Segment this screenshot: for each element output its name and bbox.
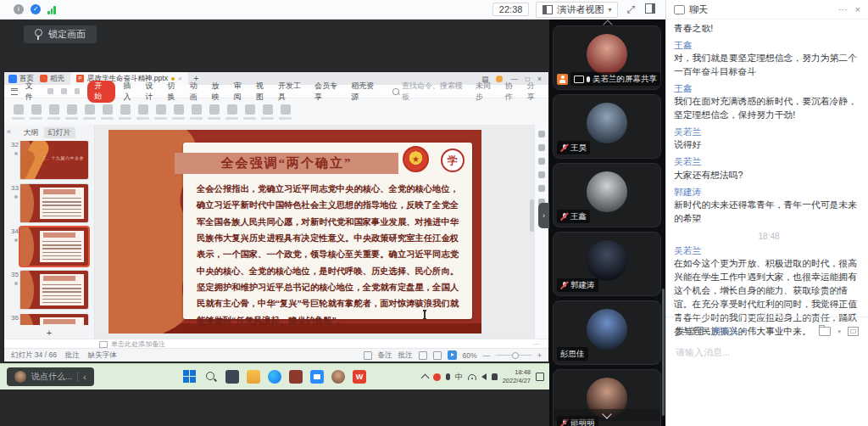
notes-toggle-icon[interactable] [364,351,372,360]
comment-toggle-label[interactable]: 批注 [398,350,413,361]
ribbon-menu-item[interactable]: 审阅 [234,81,248,103]
chat-close-icon[interactable]: × [855,4,860,14]
ribbon-tool-icon[interactable] [119,104,131,120]
ribbon-menu-item[interactable]: 会员专享 [314,81,343,103]
ribbon-tool-icon[interactable] [47,104,60,120]
slide-thumbnail[interactable]: 35 [6,271,94,309]
participant-tile[interactable]: 王鑫 [553,163,661,227]
send-to-selector[interactable]: 所有人 [712,325,740,338]
start-icon[interactable] [183,370,197,384]
chat-sender-name[interactable]: 郭建涛 [674,185,864,199]
zoom-in-button[interactable]: + [537,351,542,360]
ribbon-tool-icon[interactable] [261,104,274,120]
chat-sender-name[interactable]: 吴若兰 [674,125,864,138]
ribbon-tool-icon[interactable] [208,104,220,120]
slideshow-play-button[interactable] [448,350,457,360]
slide-canvas[interactable]: 全会强调“两个确立” ★ 学 全会公报指出，党确立习近平同志党中央的核心、全党的… [95,125,534,339]
comment-indicator[interactable]: 批注 [65,350,80,361]
microphone-tray-icon[interactable] [446,373,450,380]
input-method-indicator[interactable]: 中 [455,372,463,383]
ribbon-tool-icon[interactable] [190,104,203,120]
ribbon-menu-item[interactable]: 设计 [145,81,159,103]
command-search[interactable]: 查找命令、搜索模板 [392,81,468,103]
redo-icon[interactable] [75,88,81,94]
ribbon-menu-item[interactable]: 插入 [123,81,137,103]
tab-slides[interactable]: 幻灯片 [44,127,75,138]
zoom-out-button[interactable]: — [483,351,491,360]
fullscreen-button[interactable]: ⤢ [626,3,635,15]
ribbon-tool-icon[interactable] [12,104,25,120]
notification-icon[interactable] [536,373,544,381]
ribbon-menu-item[interactable]: 开发工具 [278,81,307,103]
save-icon[interactable] [47,88,53,94]
ribbon-tool-icon[interactable] [154,104,167,120]
ribbon-tool-icon[interactable] [65,104,78,120]
slide-thumbnail[interactable]: 33 [6,184,94,222]
slide-thumbnail[interactable]: 32 三、十九届六中全会 [6,141,94,179]
view-mode-button[interactable]: 演讲者视图 ▾ [536,2,618,18]
side-panel-handle[interactable]: › [538,203,549,228]
participant-tile[interactable]: 郭建涛 [553,232,661,296]
participant-tile[interactable]: 邵萌萌 [553,369,661,426]
ribbon-tool-icon[interactable] [83,104,96,120]
collapse-panel-icon[interactable]: « [7,127,11,136]
participant-tile[interactable]: 王昊 [553,94,661,159]
collapse-widget-icon[interactable]: ‹ [83,373,86,382]
add-slide-button[interactable]: + [4,328,94,338]
ribbon-tool-icon[interactable] [243,104,256,120]
screenshot-icon[interactable] [848,327,859,336]
missing-font-indicator[interactable]: 缺失字体 [88,350,117,361]
tab-outline[interactable]: 大纲 [24,127,39,138]
help-icon[interactable] [538,171,545,178]
ribbon-menu-item[interactable]: 切换 [168,81,182,103]
share-button[interactable]: 分享 [527,81,542,103]
chat-input[interactable]: 请输入消息... [676,346,859,359]
ribbon-tool-icon[interactable] [136,104,149,120]
ribbon-menu-item[interactable]: 开始 [87,81,115,103]
store-icon[interactable] [289,370,303,384]
wps-icon[interactable] [353,370,366,384]
security-shield-icon[interactable]: ✓ [31,4,41,14]
current-slide[interactable]: 全会强调“两个确立” ★ 学 全会公报指出，党确立习近平同志党中央的核心、全党的… [108,130,481,334]
chat-sender-name[interactable]: 王鑫 [674,38,864,52]
ribbon-menu-item[interactable]: 稻壳资源 [351,81,380,103]
tab-docer[interactable]: 稻壳 [40,74,64,84]
search-icon[interactable] [204,370,218,384]
touch-keyboard-icon[interactable] [492,373,498,380]
ribbon-menu-item[interactable]: 视图 [256,81,270,103]
video-list-scrollbar[interactable] [662,289,665,416]
quick-chat-widget[interactable]: 说点什么... ‹ [7,367,94,386]
ribbon-menu-item[interactable]: 动画 [190,81,204,103]
notes-toggle-label[interactable]: 备注 [378,350,392,361]
notes-more-icon[interactable]: ··· [533,340,548,348]
chat-sender-name[interactable]: 王鑫 [674,81,864,95]
slide-thumbnail[interactable]: 34 [6,227,94,266]
tray-overflow-icon[interactable] [420,374,429,383]
wps-home-icon[interactable] [8,75,17,83]
tray-clock[interactable]: 18:482022/4/27 [503,368,531,385]
zoom-slider[interactable] [496,355,531,356]
properties-icon[interactable] [538,131,545,137]
slide-scrollbar[interactable] [530,199,534,232]
scroll-down-indicator[interactable] [554,409,660,421]
ribbon-tool-icon[interactable] [225,104,238,120]
image-tool-icon[interactable] [538,185,545,192]
chat-more-icon[interactable]: ··· [838,4,848,14]
sync-status[interactable]: 未同步 [476,81,498,103]
tray-app-icon[interactable] [433,373,441,381]
ribbon-tool-icon[interactable] [172,104,185,120]
undo-icon[interactable] [61,88,67,94]
chat-sender-name[interactable]: 吴若兰 [674,244,864,257]
file-explorer-icon[interactable] [247,370,260,384]
sorter-view-icon[interactable] [433,351,442,360]
lock-view-button[interactable]: 锁定画面 [24,25,97,43]
account-icon[interactable] [331,370,345,384]
participant-tile[interactable]: 彭思佳 [553,300,661,365]
ribbon-tool-icon[interactable] [101,104,114,120]
chat-history-folder-icon[interactable] [819,327,831,336]
meeting-icon[interactable] [310,370,324,384]
chat-sender-name[interactable]: 吴若兰 [674,154,864,168]
info-icon[interactable]: i [14,4,24,14]
participant-tile[interactable]: 吴若兰的屏幕共享 [553,25,661,90]
normal-view-icon[interactable] [419,351,427,360]
